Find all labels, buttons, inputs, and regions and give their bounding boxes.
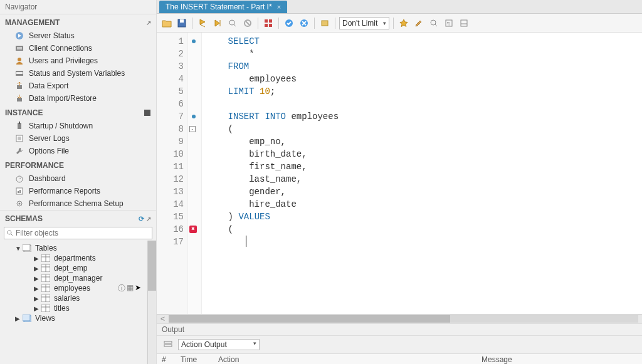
instance-settings-icon[interactable] <box>144 109 151 117</box>
rollback-icon[interactable] <box>298 17 310 29</box>
nav-item-server-status[interactable]: Server Status <box>0 29 156 42</box>
nav-item-server-logs[interactable]: Server Logs <box>0 132 156 145</box>
svg-rect-11 <box>19 122 20 124</box>
svg-rect-20 <box>19 190 21 193</box>
nav-item-label: Data Import/Restore <box>29 94 97 103</box>
svg-point-22 <box>19 203 21 205</box>
power-icon <box>14 122 25 130</box>
output-col-time: Time <box>181 355 218 364</box>
tree-arrow-icon[interactable]: ▶ <box>34 255 40 262</box>
line-number-gutter: 1234567891011121314151617 <box>157 33 188 314</box>
tree-item-label: employees <box>54 284 90 293</box>
toolbar-separator <box>335 18 335 29</box>
svg-line-17 <box>19 177 21 179</box>
tree-item-departments[interactable]: ▶departments <box>3 253 145 263</box>
statement-marker-icon <box>192 115 196 118</box>
fold-icon[interactable]: - <box>189 126 196 132</box>
wrap-icon[interactable]: ¶ <box>443 17 455 29</box>
tree-arrow-icon[interactable]: ▶ <box>34 295 40 302</box>
tree-item-label: dept_emp <box>54 264 87 273</box>
commit-icon[interactable] <box>283 17 295 29</box>
tree-arrow-icon[interactable]: ▶ <box>34 285 40 292</box>
table-icon <box>41 284 51 292</box>
wrench-icon[interactable]: ▦ <box>127 283 134 294</box>
expand-schemas-icon[interactable]: ↗ <box>146 216 151 222</box>
tree-arrow-icon[interactable]: ▶ <box>34 275 40 282</box>
svg-rect-46 <box>23 315 30 321</box>
open-file-icon[interactable] <box>160 17 173 29</box>
toolbar-separator <box>393 18 394 29</box>
nav-item-label: Client Connections <box>29 44 92 53</box>
nav-item-data-import-restore[interactable]: Data Import/Restore <box>0 92 156 105</box>
beautify-icon[interactable] <box>397 17 410 29</box>
refresh-icon[interactable]: ⟳ <box>139 215 144 222</box>
save-icon[interactable] <box>176 17 188 29</box>
limit-rows-select[interactable]: Don't Limit <box>339 17 389 29</box>
tree-item-views[interactable]: ▶Views <box>3 313 145 323</box>
table-actions[interactable]: ⓘ▦➤ <box>118 283 141 294</box>
filter-objects-input[interactable] <box>16 229 149 237</box>
marker-gutter: -✖ <box>188 33 202 314</box>
cursor-icon: ➤ <box>135 283 141 294</box>
horizontal-scrollbar[interactable]: < <box>157 315 642 323</box>
explain-icon[interactable] <box>226 17 239 29</box>
sql-tab[interactable]: The INSERT Statement - Part I* × <box>159 1 287 13</box>
nav-item-users-and-privileges[interactable]: Users and Privileges <box>0 55 156 67</box>
nav-item-startup-shutdown[interactable]: Startup / Shutdown <box>0 120 156 132</box>
svg-line-24 <box>11 234 13 236</box>
tree-item-salaries[interactable]: ▶salaries <box>3 293 145 303</box>
editor-toolbar: Don't Limit ¶ <box>157 14 642 33</box>
schemas-header: SCHEMAS ⟳ ↗ <box>0 210 156 226</box>
nav-item-label: Server Status <box>29 31 75 40</box>
nav-item-performance-reports[interactable]: Performance Reports <box>0 185 156 197</box>
toolbar-separator <box>278 18 279 29</box>
reports-icon <box>14 187 25 195</box>
tree-item-titles[interactable]: ▶titles <box>3 303 145 313</box>
info-icon[interactable]: ⓘ <box>118 283 125 294</box>
svg-rect-9 <box>144 110 150 116</box>
toggle-panel-icon[interactable] <box>458 17 470 29</box>
users-icon <box>14 56 25 65</box>
svg-rect-6 <box>16 73 23 74</box>
output-col-message: Message <box>482 355 637 364</box>
table-icon <box>41 274 51 282</box>
expand-icon[interactable]: ↗ <box>146 19 151 26</box>
tab-close-icon[interactable]: × <box>277 3 281 11</box>
logs-icon <box>14 134 25 143</box>
tab-bar: The INSERT Statement - Part I* × <box>157 0 642 14</box>
output-type-select[interactable]: Action Output <box>178 339 260 350</box>
table-icon <box>41 304 51 312</box>
error-marker-icon[interactable]: ✖ <box>189 226 197 233</box>
svg-rect-26 <box>23 244 30 251</box>
tree-arrow-icon[interactable]: ▼ <box>15 245 21 252</box>
output-view-icon[interactable] <box>162 338 174 351</box>
sql-editor[interactable]: 1234567891011121314151617 -✖ SELECT * FR… <box>157 33 642 314</box>
autocommit-icon[interactable] <box>318 17 331 29</box>
execute-icon[interactable] <box>196 17 209 29</box>
tree-scrollbar[interactable] <box>147 241 156 364</box>
nav-item-data-export[interactable]: Data Export <box>0 80 156 92</box>
nav-item-dashboard[interactable]: Dashboard <box>0 172 156 185</box>
svg-rect-5 <box>16 72 23 73</box>
stop-icon[interactable] <box>241 17 254 29</box>
find-icon[interactable] <box>428 17 440 29</box>
tree-item-dept_emp[interactable]: ▶dept_emp <box>3 263 145 273</box>
tree-item-employees[interactable]: ▶employeesⓘ▦➤ <box>3 283 145 293</box>
nav-item-options-file[interactable]: Options File <box>0 145 156 157</box>
tree-arrow-icon[interactable]: ▶ <box>34 305 40 312</box>
snippets-icon[interactable] <box>262 17 275 29</box>
tree-arrow-icon[interactable]: ▶ <box>15 315 21 322</box>
brush-icon[interactable] <box>413 17 425 29</box>
tree-item-tables[interactable]: ▼Tables <box>3 243 145 253</box>
nav-item-performance-schema-setup[interactable]: Performance Schema Setup <box>0 197 156 210</box>
table-icon <box>41 294 51 302</box>
svg-rect-56 <box>265 24 268 27</box>
svg-point-3 <box>18 58 21 61</box>
nav-item-label: Data Export <box>29 81 68 90</box>
tree-arrow-icon[interactable]: ▶ <box>34 265 40 272</box>
code-body[interactable]: SELECT * FROM employees LIMIT 10; INSERT… <box>202 33 642 314</box>
execute-current-icon[interactable] <box>211 17 224 29</box>
tree-item-dept_manager[interactable]: ▶dept_manager <box>3 273 145 283</box>
nav-item-client-connections[interactable]: Client Connections <box>0 42 156 55</box>
nav-item-status-and-system-variables[interactable]: Status and System Variables <box>0 67 156 80</box>
